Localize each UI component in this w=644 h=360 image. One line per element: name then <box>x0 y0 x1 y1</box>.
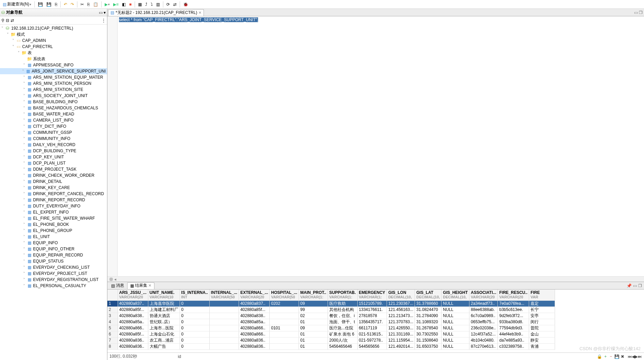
tree-node[interactable]: ˃▦DRINK_CHECK_WORK_ORDER <box>0 172 107 178</box>
minimize-icon[interactable]: ▭ <box>99 10 103 15</box>
cell[interactable]: 01 <box>299 337 328 343</box>
twisty-icon[interactable]: ˃ <box>22 278 27 282</box>
twisty-icon[interactable]: ˃ <box>11 38 16 43</box>
cell[interactable]: 27818578 <box>357 313 387 319</box>
cell[interactable]: 01 <box>299 343 328 349</box>
table-row[interactable]: 7402880a836..农工商...浦店0402880a836..012000… <box>107 337 555 343</box>
table-row[interactable]: 3402880a838..协通大酒店0402880a838..02餐饮，住宿、i… <box>107 313 555 319</box>
tree-node[interactable]: ˃▦DRINK_REPORT_RECORD <box>0 197 107 203</box>
copy2-button[interactable]: ⎘ <box>86 1 91 8</box>
twisty-icon[interactable]: ˃ <box>22 124 27 129</box>
cell[interactable]: 87c270e613.. <box>469 343 498 349</box>
cell[interactable]: 402880a85f... <box>239 307 269 313</box>
twisty-icon[interactable]: ˃ <box>22 100 27 104</box>
cell[interactable]: 0 <box>180 337 209 343</box>
cell[interactable]: 7e0a076fea... <box>498 300 529 307</box>
cell[interactable]: 0653effb75... <box>469 319 498 325</box>
column-header[interactable]: HOSPITAL_...VARCHAR(50 <box>270 289 299 300</box>
cell[interactable] <box>209 325 239 331</box>
tree-node[interactable]: ˃▦BASE_HAZARDOUS_CHEMICALS <box>0 105 107 111</box>
twisty-icon[interactable]: ˃ <box>22 112 27 116</box>
tree-node[interactable]: ˃▦DCP_BUILDING_TYPE <box>0 148 107 154</box>
cell[interactable] <box>270 307 299 313</box>
cell[interactable]: c332389758.. <box>498 343 529 349</box>
execute-script-button[interactable]: ▶≡ <box>112 1 120 8</box>
twisty-icon[interactable]: ˃ <box>22 204 27 208</box>
cell[interactable]: 121.426550... <box>387 325 415 331</box>
twisty-icon[interactable]: ˃ <box>22 210 27 215</box>
column-header[interactable]: GIS_LATDECIMAL(10, <box>415 289 441 300</box>
cell[interactable] <box>209 300 239 307</box>
column-header[interactable]: FIRE_RESCU..VARCHAR(20 <box>498 289 529 300</box>
tree-node[interactable]: ˃▭CAP_ADMIN <box>0 37 107 44</box>
paste-button[interactable]: 📋 <box>92 1 100 8</box>
cell[interactable]: 其他社会机构 <box>328 307 357 313</box>
tree-node[interactable]: ˃▦DRINK_DETAIL <box>0 178 107 185</box>
twisty-icon[interactable]: ˃ <box>22 259 27 264</box>
table-row[interactable]: 1402880a837..上海嘉华医院0402880a837..020209医疗… <box>107 300 555 307</box>
cell[interactable]: 31.2784090 <box>415 313 441 319</box>
tree-node[interactable]: ˃▦EVERYDAY_CHECKING_LIST <box>0 264 107 270</box>
tab-messages[interactable]: ▤ 消息 <box>108 282 127 289</box>
cell[interactable]: 933ba380d8. <box>498 319 529 325</box>
twisty-icon[interactable]: ˃ <box>22 271 27 276</box>
cell[interactable]: 0 <box>180 325 209 331</box>
cell[interactable]: 121.370783... <box>387 319 415 325</box>
twisty-icon[interactable]: ˃ <box>22 241 27 245</box>
tree-node[interactable]: ˃▦EVERYDAY_PROJECT_LIST <box>0 270 107 277</box>
cell[interactable]: NULL <box>441 313 469 319</box>
cell[interactable]: 31.1089320 <box>415 319 441 325</box>
tree-node[interactable]: ˃▦CAMERA_LIST_INFO <box>0 117 107 123</box>
tree-node[interactable]: ˃▦DAILY_VEH_RECORD <box>0 142 107 148</box>
twisty-icon[interactable]: ˃ <box>22 173 27 178</box>
tree-node[interactable]: ˃▦EL_PHONE_BOOK <box>0 221 107 228</box>
commit-button[interactable]: ◧ <box>121 1 127 8</box>
cell[interactable]: 121.115954... <box>387 337 415 343</box>
twisty-icon[interactable]: ˃ <box>22 192 27 196</box>
cell[interactable]: 402880a85f... <box>118 331 148 337</box>
cell[interactable]: 544565656 <box>357 343 387 349</box>
redo-button[interactable]: ↷ <box>69 1 75 8</box>
tree-node[interactable]: ˃▦DRINK_KEY_CARE <box>0 185 107 191</box>
cell[interactable]: 0 <box>180 313 209 319</box>
tree-node[interactable]: ˃▦EL_PERSONAL_CASUALTY <box>0 283 107 289</box>
tree-node[interactable]: ˃▦EVERYDAY_REGISTRATION_LIST <box>0 277 107 283</box>
cell[interactable]: 上海市...医院 <box>148 325 180 331</box>
cell[interactable]: 0 <box>180 300 209 307</box>
result-grid[interactable]: ARS_JSSU_...VARCHAR(20UNIT_NAME.VARCHAR(… <box>107 289 644 353</box>
copy-button[interactable]: ⎘ <box>54 1 59 8</box>
twisty-icon[interactable]: ˃ <box>22 130 27 135</box>
lock-icon[interactable]: 🔒 <box>597 354 602 359</box>
cell[interactable]: 121.213473... <box>387 313 415 319</box>
cell[interactable]: 农工商...浦店 <box>148 337 180 343</box>
cell[interactable]: 9d2feb3f72... <box>498 313 529 319</box>
cell[interactable]: NULL <box>441 319 469 325</box>
twisty-icon[interactable]: ˃ <box>22 137 27 141</box>
twisty-icon[interactable]: ˃ <box>22 75 27 80</box>
link-button[interactable]: ⇄ <box>172 1 178 8</box>
cell[interactable]: 6c7c0a0989.. <box>469 313 498 319</box>
cell[interactable]: 402880a836.. <box>118 337 148 343</box>
column-header[interactable]: UNIT_NAME.VARCHAR(10 <box>148 289 180 300</box>
cell[interactable]: 01 <box>299 319 328 325</box>
column-header[interactable]: SUPPORTAB.VARCHAR(1: <box>328 289 357 300</box>
cell[interactable]: 30.7302550 <box>415 331 441 337</box>
twisty-icon[interactable]: ˃ <box>22 143 27 147</box>
tree-node[interactable]: ˅📁模式 <box>0 31 107 37</box>
column-header[interactable]: IS_INTERNA..INT <box>180 289 209 300</box>
cell[interactable]: 236c02038e.. <box>469 325 498 331</box>
grid-button[interactable]: ▦ <box>137 1 143 8</box>
tree-node[interactable]: ˃▦BASE_WATER_HEAD <box>0 111 107 117</box>
table-row[interactable]: 4402880a85a..世纪联..店）0402880a85a..01泡面、饼干… <box>107 319 555 325</box>
cell[interactable] <box>270 343 299 349</box>
tree-node[interactable]: ˃▦DDM_PROJECT_TASK <box>0 166 107 172</box>
twisty-icon[interactable]: ˃ <box>22 88 27 92</box>
undo-button[interactable]: ↶ <box>62 1 69 8</box>
cell[interactable]: 1512105789. <box>357 300 387 307</box>
prev-page-icon[interactable]: ◀ <box>632 354 635 359</box>
first-page-icon[interactable]: ⏮ <box>628 354 632 359</box>
cell[interactable]: 021-597278.. <box>357 337 387 343</box>
export-button[interactable]: ⤴ <box>144 1 149 8</box>
menu-icon[interactable]: ⋮ <box>102 18 106 23</box>
cell[interactable]: 402880a837.. <box>239 300 269 307</box>
